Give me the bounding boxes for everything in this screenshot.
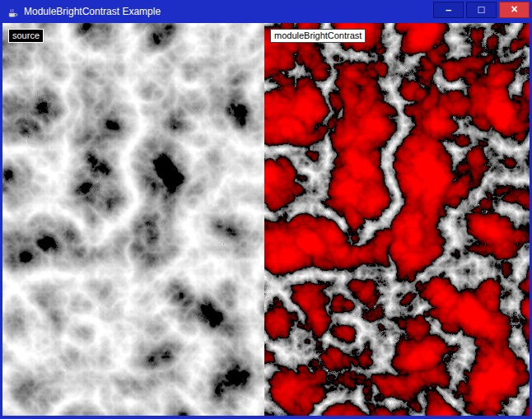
content-area: source moduleBrightContrast: [2, 23, 530, 416]
maximize-icon: □: [478, 4, 485, 15]
result-label: moduleBrightContrast: [270, 29, 366, 43]
app-window: ModuleBrightContrast Example – □ × sourc…: [0, 0, 532, 419]
window-title: ModuleBrightContrast Example: [24, 6, 161, 17]
titlebar[interactable]: ModuleBrightContrast Example – □ ×: [0, 0, 532, 23]
brightcontrast-noise-image: [264, 23, 530, 416]
app-icon: [6, 5, 19, 18]
close-icon: ×: [511, 3, 517, 15]
result-image-panel: moduleBrightContrast: [264, 23, 530, 416]
minimize-icon: –: [446, 4, 451, 15]
source-image-panel: source: [2, 23, 264, 416]
source-label: source: [8, 29, 44, 43]
maximize-button[interactable]: □: [466, 2, 497, 18]
window-controls: – □ ×: [433, 2, 530, 18]
close-button[interactable]: ×: [499, 2, 530, 18]
source-noise-image: [2, 23, 264, 416]
minimize-button[interactable]: –: [433, 2, 464, 18]
